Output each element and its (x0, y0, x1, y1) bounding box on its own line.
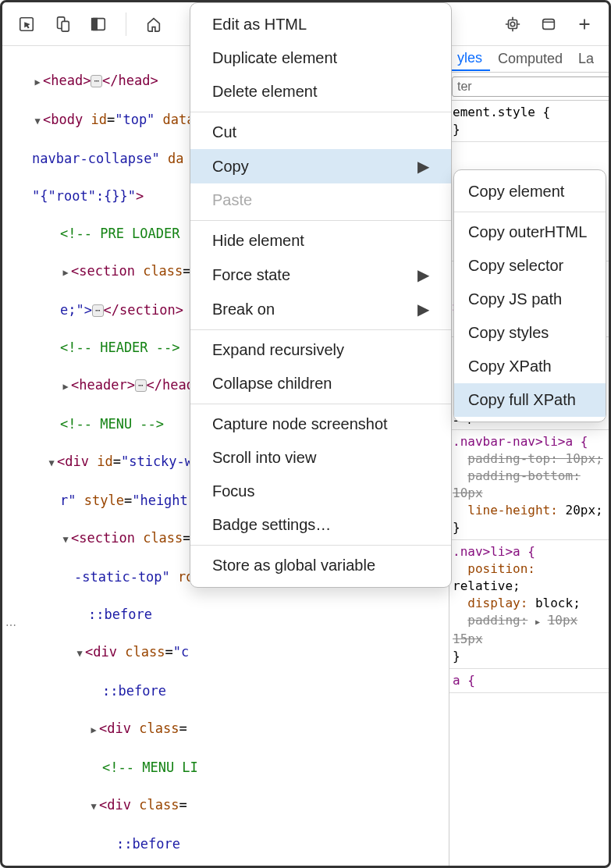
sub-copy-xpath[interactable]: Copy XPath (454, 350, 606, 383)
sub-copy-outer[interactable]: Copy outerHTML (454, 215, 606, 249)
context-menu: Edit as HTML Duplicate element Delete el… (190, 2, 452, 588)
gutter-ellipsis-icon: ⋯ (5, 619, 16, 631)
ctx-focus[interactable]: Focus (190, 475, 451, 508)
ctx-paste: Paste (190, 183, 451, 217)
ctx-copy[interactable]: Copy▶ (190, 149, 451, 183)
home-icon[interactable] (145, 16, 162, 33)
svg-point-6 (510, 22, 515, 27)
ctx-duplicate[interactable]: Duplicate element (190, 41, 451, 75)
tab-computed[interactable]: Computed (490, 48, 570, 70)
tab-layout[interactable]: La (570, 48, 602, 70)
ellipsis-icon: ⋯ (91, 75, 102, 87)
tab-styles[interactable]: yles (449, 47, 490, 71)
chevron-right-icon: ▶ (417, 265, 429, 284)
window-icon[interactable] (540, 16, 557, 33)
chevron-right-icon: ▶ (417, 157, 429, 176)
copy-submenu: Copy element Copy outerHTML Copy selecto… (453, 169, 606, 422)
sub-copy-styles[interactable]: Copy styles (454, 316, 606, 350)
panel-icon[interactable] (90, 16, 107, 33)
style-rule[interactable]: .nav>li>a { position: relative; display:… (449, 540, 609, 669)
ctx-badge[interactable]: Badge settings… (190, 508, 451, 542)
style-rule[interactable]: .navbar-nav>li>a { padding-top: 10px; pa… (449, 430, 609, 540)
sub-copy-selector[interactable]: Copy selector (454, 249, 606, 283)
sub-copy-js[interactable]: Copy JS path (454, 283, 606, 316)
ctx-cut[interactable]: Cut (190, 116, 451, 149)
ctx-capture[interactable]: Capture node screenshot (190, 407, 451, 441)
chevron-right-icon: ▶ (417, 300, 429, 318)
svg-rect-2 (62, 21, 69, 31)
svg-rect-7 (543, 19, 555, 29)
new-tab-icon[interactable] (576, 16, 593, 33)
ctx-scroll[interactable]: Scroll into view (190, 441, 451, 475)
side-tabs: yles Computed La (449, 46, 609, 73)
ctx-expand[interactable]: Expand recursively (190, 333, 451, 367)
sub-copy-full-xpath[interactable]: Copy full XPath (454, 383, 606, 417)
sub-copy-element[interactable]: Copy element (454, 175, 606, 208)
extension-icon[interactable] (504, 16, 521, 33)
ctx-break-on[interactable]: Break on▶ (190, 292, 451, 326)
filter-input[interactable] (452, 76, 609, 97)
svg-rect-5 (509, 20, 517, 28)
ctx-hide[interactable]: Hide element (190, 224, 451, 258)
ctx-edit-html[interactable]: Edit as HTML (190, 8, 451, 41)
style-rule[interactable]: a { (449, 669, 609, 693)
inspect-icon[interactable] (18, 16, 35, 33)
ctx-collapse[interactable]: Collapse children (190, 367, 451, 400)
device-icon[interactable] (54, 16, 71, 33)
ctx-delete[interactable]: Delete element (190, 75, 451, 108)
svg-rect-4 (92, 18, 97, 30)
ctx-store[interactable]: Store as global variable (190, 549, 451, 582)
ctx-force-state[interactable]: Force state▶ (190, 258, 451, 292)
style-rule[interactable]: ement.style { } (449, 101, 609, 142)
